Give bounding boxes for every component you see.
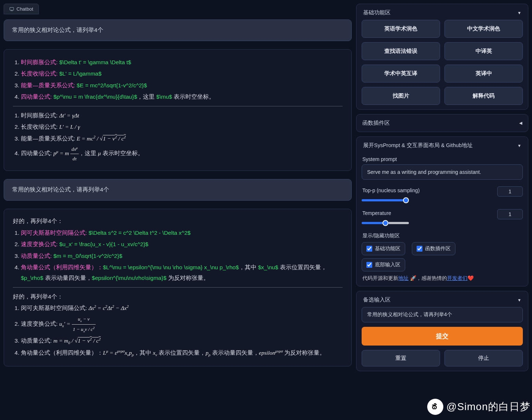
btn-en-to-zh[interactable]: 英译中 (444, 65, 523, 83)
stop-button[interactable]: 停止 (444, 350, 523, 366)
alt-input[interactable] (362, 307, 523, 322)
devs-link[interactable]: 开发者们 (447, 275, 468, 281)
sysprompt-input[interactable] (362, 164, 523, 180)
svg-rect-0 (10, 7, 14, 10)
chevron-down-icon: ▼ (517, 298, 521, 302)
tab-bar: Chatbot (4, 4, 352, 14)
temp-value[interactable] (497, 209, 523, 219)
assistant-message-2: 好的，再列举4个： 闵可夫斯基时空间隔公式: $\Delta s^2 = c^2… (4, 209, 352, 366)
watermark: ಠ @Simon的白日梦 (427, 399, 531, 415)
temp-slider[interactable] (362, 222, 409, 224)
panel-plugins-header[interactable]: 函数插件区 ◀ (362, 120, 522, 127)
btn-english-polish[interactable]: 英语学术润色 (362, 20, 440, 38)
submit-button[interactable]: 提交 (362, 327, 523, 346)
topp-label: Top-p (nucleus sampling) (362, 187, 492, 193)
btn-academic-trans[interactable]: 学术中英互译 (362, 65, 440, 83)
tab-label: Chatbot (16, 6, 33, 12)
panel-expand: 展开SysPrompt & 交互界面布局 & Github地址 ▼ System… (356, 136, 528, 286)
btn-grammar-check[interactable]: 查找语法错误 (362, 42, 440, 60)
topp-slider[interactable] (362, 199, 409, 201)
btn-explain-code[interactable]: 解释代码 (444, 87, 523, 105)
btn-find-image[interactable]: 找图片 (362, 87, 440, 105)
panel-basic-header[interactable]: 基础功能区 ▼ (362, 8, 523, 20)
weibo-icon: ಠ (427, 399, 443, 415)
chevron-down-icon: ▼ (517, 11, 521, 15)
panel-plugins: 函数插件区 ◀ (356, 114, 528, 132)
user-message-1: 常用的狭义相对论公式，请列举4个 (4, 19, 352, 41)
panel-input: 备选输入区 ▼ 提交 重置 停止 (356, 291, 528, 371)
sysprompt-label: System prompt (362, 156, 522, 162)
check-plugins[interactable]: 函数插件区 (412, 242, 455, 255)
reset-button[interactable]: 重置 (362, 350, 440, 366)
chevron-left-icon: ◀ (519, 121, 522, 125)
panel-input-header[interactable]: 备选输入区 ▼ (362, 296, 523, 307)
btn-zh-to-en[interactable]: 中译英 (444, 42, 523, 60)
check-bottom-input[interactable]: 底部输入区 (362, 258, 405, 271)
temp-label: Temperature (362, 210, 492, 216)
user-message-2: 常用的狭义相对论公式，请再列举4个 (4, 179, 352, 201)
chat-icon (9, 7, 14, 12)
panel-basic: 基础功能区 ▼ 英语学术润色 中文学术润色 查找语法错误 中译英 学术中英互译 … (356, 4, 528, 110)
chevron-down-icon: ▼ (517, 143, 521, 148)
check-basic[interactable]: 基础功能区 (362, 242, 405, 255)
btn-chinese-polish[interactable]: 中文学术润色 (444, 20, 523, 38)
tab-chatbot[interactable]: Chatbot (4, 4, 39, 14)
topp-value[interactable] (497, 186, 523, 197)
toggle-section-label: 显示/隐藏功能区 (362, 233, 522, 239)
repo-link[interactable]: 地址 (398, 275, 409, 281)
assistant-message-1: 时间膨胀公式: $\Delta t' = \gamma \Delta t$ 长度… (4, 49, 352, 171)
panel-expand-header[interactable]: 展开SysPrompt & 交互界面布局 & Github地址 ▼ (362, 141, 523, 153)
footer-note: 代码开源和更新地址 🚀，感谢热情的开发者们❤️ (362, 275, 522, 282)
